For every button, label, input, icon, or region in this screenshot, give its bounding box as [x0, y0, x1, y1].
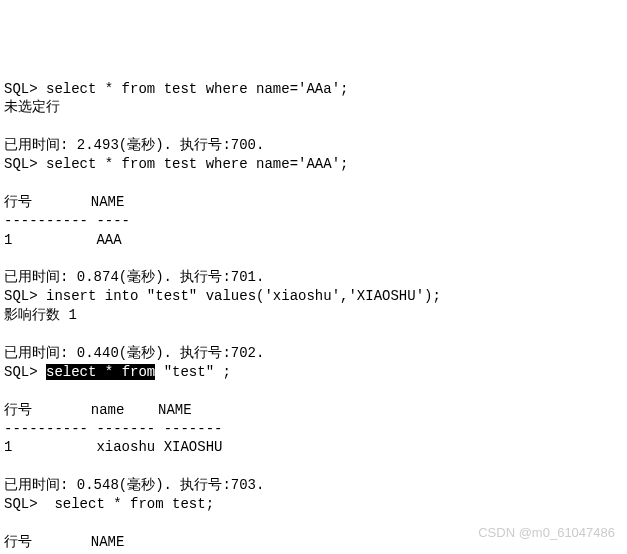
query-text: insert into "test" values('xiaoshu','XIA…: [38, 288, 441, 304]
table-separator: ---------- ----: [4, 213, 130, 229]
terminal-output: SQL> select * from test where name='AAa'…: [4, 81, 441, 554]
table-row: 1 AAA: [4, 232, 122, 248]
table-header: 行号 NAME: [4, 534, 124, 550]
table-header: 行号 NAME: [4, 194, 124, 210]
timing-info: 已用时间: 0.548(毫秒). 执行号:703.: [4, 477, 264, 493]
result-message: 影响行数 1: [4, 307, 77, 323]
sql-prompt: SQL>: [4, 364, 38, 380]
table-header: 行号 name NAME: [4, 402, 192, 418]
query-text: select * from test;: [38, 496, 214, 512]
query-text: select * from test where name='AAA';: [38, 156, 349, 172]
sql-prompt: SQL>: [4, 288, 38, 304]
query-highlighted: select * from: [46, 364, 155, 380]
table-separator: ---------- ------- -------: [4, 421, 222, 437]
query-text: select * from test where name='AAa';: [38, 81, 349, 97]
table-row: 1 xiaoshu XIAOSHU: [4, 439, 222, 455]
sql-prompt: SQL>: [4, 81, 38, 97]
query-post: "test" ;: [155, 364, 231, 380]
timing-info: 已用时间: 0.874(毫秒). 执行号:701.: [4, 269, 264, 285]
sql-prompt: SQL>: [4, 496, 38, 512]
sql-prompt: SQL>: [4, 156, 38, 172]
timing-info: 已用时间: 0.440(毫秒). 执行号:702.: [4, 345, 264, 361]
watermark: CSDN @m0_61047486: [478, 524, 615, 542]
timing-info: 已用时间: 2.493(毫秒). 执行号:700.: [4, 137, 264, 153]
result-message: 未选定行: [4, 99, 60, 115]
query-pre: [38, 364, 46, 380]
